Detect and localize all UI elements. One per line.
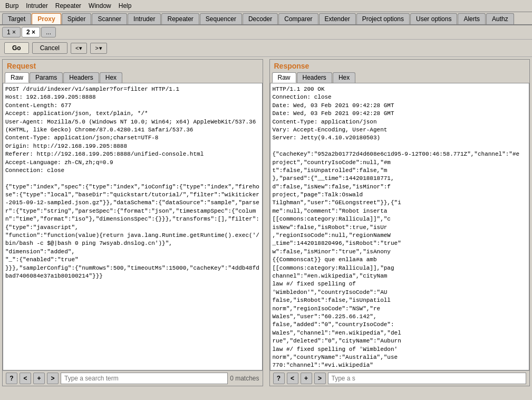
- prev-dropdown-icon: ▾: [79, 45, 82, 52]
- request-help-button[interactable]: ?: [6, 373, 17, 384]
- response-add-button[interactable]: +: [301, 373, 312, 384]
- menu-burp[interactable]: Burp: [2, 1, 22, 11]
- request-prev-button[interactable]: <: [20, 373, 31, 384]
- response-title: Response: [270, 60, 530, 72]
- response-tab-hex[interactable]: Hex: [333, 72, 355, 83]
- tab-target[interactable]: Target: [2, 13, 31, 24]
- request-add-button[interactable]: +: [33, 373, 45, 384]
- menu-window[interactable]: Window: [85, 1, 114, 11]
- main-tab-bar: Target Proxy Spider Scanner Intruder Rep…: [0, 12, 532, 25]
- sub-tab-ellipsis[interactable]: ...: [41, 27, 56, 37]
- response-tab-raw[interactable]: Raw: [272, 72, 296, 83]
- tab-sequencer[interactable]: Sequencer: [200, 13, 242, 24]
- tab-proxy[interactable]: Proxy: [32, 13, 61, 24]
- next-button[interactable]: > ▾: [90, 43, 107, 54]
- response-next-button[interactable]: >: [314, 373, 326, 384]
- prev-label: <: [75, 45, 79, 51]
- prev-button[interactable]: < ▾: [71, 43, 87, 54]
- request-tab-headers[interactable]: Headers: [63, 72, 99, 83]
- request-match-count: 0 matches: [230, 375, 259, 382]
- response-content[interactable]: HTTP/1.1 200 OK Connection: close Date: …: [270, 83, 530, 370]
- panel-divider: [265, 59, 267, 386]
- response-search-input[interactable]: [328, 373, 527, 384]
- tab-intruder[interactable]: Intruder: [128, 13, 161, 24]
- response-search-bar: ? < + >: [270, 370, 530, 386]
- content-area: Request Raw Params Headers Hex POST /dru…: [0, 57, 532, 388]
- request-tab-hex[interactable]: Hex: [100, 72, 122, 83]
- next-dropdown-icon: ▾: [99, 45, 102, 52]
- tab-alerts[interactable]: Alerts: [458, 13, 486, 24]
- tab-scanner[interactable]: Scanner: [92, 13, 127, 24]
- sub-tab-bar: 1 × 2 × ...: [0, 25, 532, 40]
- tab-user-options[interactable]: User options: [410, 13, 457, 24]
- response-panel: Response Raw Headers Hex HTTP/1.1 200 OK…: [269, 59, 530, 386]
- menu-bar: Burp Intruder Repeater Window Help: [0, 0, 532, 12]
- next-label: >: [95, 45, 98, 51]
- response-prev-button[interactable]: <: [287, 373, 298, 384]
- request-tabs: Raw Params Headers Hex: [3, 72, 263, 83]
- sub-tab-2[interactable]: 2 ×: [22, 27, 40, 37]
- response-tabs: Raw Headers Hex: [270, 72, 530, 83]
- request-panel: Request Raw Params Headers Hex POST /dru…: [2, 59, 263, 386]
- response-help-button[interactable]: ?: [273, 373, 285, 384]
- tab-comparer[interactable]: Comparer: [278, 13, 318, 24]
- menu-repeater[interactable]: Repeater: [52, 1, 84, 11]
- cancel-button[interactable]: Cancel: [32, 42, 67, 54]
- response-tab-headers[interactable]: Headers: [297, 72, 332, 83]
- menu-help[interactable]: Help: [115, 1, 135, 11]
- menu-intruder[interactable]: Intruder: [23, 1, 51, 11]
- request-next-button[interactable]: >: [47, 373, 59, 384]
- request-title: Request: [3, 60, 263, 72]
- toolbar: Go Cancel < ▾ > ▾: [0, 40, 532, 57]
- go-button[interactable]: Go: [4, 42, 29, 54]
- request-tab-raw[interactable]: Raw: [5, 72, 29, 83]
- tab-project-options[interactable]: Project options: [356, 13, 410, 24]
- request-search-bar: ? < + > 0 matches: [3, 370, 263, 386]
- request-search-input[interactable]: [61, 373, 228, 384]
- tab-spider[interactable]: Spider: [62, 13, 92, 24]
- tab-repeater[interactable]: Repeater: [161, 13, 199, 24]
- sub-tab-1[interactable]: 1 ×: [2, 27, 21, 37]
- request-tab-params[interactable]: Params: [30, 72, 63, 83]
- request-content[interactable]: POST /druid/indexer/v1/sampler?for=filte…: [3, 83, 263, 370]
- tab-authz[interactable]: Authz: [486, 13, 514, 24]
- tab-extender[interactable]: Extender: [319, 13, 356, 24]
- tab-decoder[interactable]: Decoder: [243, 13, 278, 24]
